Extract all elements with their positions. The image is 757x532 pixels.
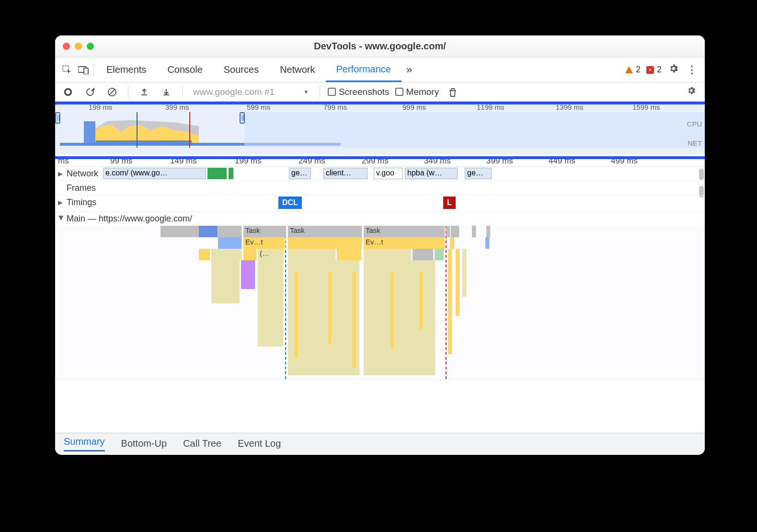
profile-select[interactable]: www.google.com #1 ▼ — [190, 87, 312, 97]
devtools-window: DevTools - www.google.com/ Elements Cons… — [55, 35, 705, 455]
tab-event-log[interactable]: Event Log — [238, 438, 281, 449]
detail-ruler[interactable]: ms 99 ms 149 ms 199 ms 249 ms 299 ms 349… — [55, 154, 705, 167]
network-request[interactable]: client… — [323, 168, 367, 179]
svg-rect-2 — [84, 68, 88, 74]
network-request[interactable]: hpba (w… — [405, 168, 458, 179]
settings-gear-icon[interactable] — [665, 63, 683, 77]
network-request[interactable]: ge… — [289, 168, 311, 179]
close-window-button[interactable] — [63, 43, 70, 50]
memory-checkbox[interactable]: Memory — [395, 87, 439, 97]
timings-lane[interactable]: ▶Timings DCL L — [55, 196, 705, 212]
tab-elements[interactable]: Elements — [96, 58, 157, 82]
load-marker[interactable]: L — [443, 197, 456, 209]
network-lane[interactable]: ▶ Network e.com/ (www.go… ge… client… v.… — [55, 167, 705, 181]
timeline-overview[interactable]: 199 ms 399 ms 599 ms 799 ms 999 ms 1199 … — [55, 102, 705, 154]
minimize-window-button[interactable] — [75, 43, 82, 50]
dropdown-triangle-icon: ▼ — [303, 89, 309, 95]
record-button[interactable] — [60, 84, 76, 100]
device-toggle-icon[interactable] — [75, 62, 92, 78]
tab-console[interactable]: Console — [157, 58, 213, 82]
tabs-overflow-button[interactable]: » — [401, 64, 417, 76]
screenshots-checkbox[interactable]: Screenshots — [328, 87, 390, 97]
tab-bottom-up[interactable]: Bottom-Up — [121, 438, 167, 449]
network-request[interactable] — [229, 168, 233, 179]
devtools-tabbar: Elements Console Sources Network Perform… — [55, 58, 705, 82]
traffic-lights — [63, 43, 94, 50]
cpu-usage-graph — [84, 119, 199, 143]
warnings-count[interactable]: 2 — [625, 65, 641, 75]
dcl-guideline — [285, 226, 286, 379]
overview-window-right-handle[interactable] — [240, 112, 245, 124]
errors-count[interactable]: × 2 — [646, 65, 662, 75]
network-request[interactable]: v.goo — [374, 168, 402, 179]
capture-settings-gear-icon[interactable] — [683, 86, 700, 98]
disclosure-right-icon[interactable]: ▶ — [58, 170, 65, 177]
network-request[interactable]: e.com/ (www.go… — [103, 168, 206, 179]
network-request[interactable] — [207, 168, 227, 179]
disclosure-right-icon[interactable]: ▶ — [58, 199, 65, 206]
inspect-element-icon[interactable] — [59, 62, 75, 78]
download-profile-icon[interactable] — [158, 84, 174, 100]
tab-call-tree[interactable]: Call Tree — [183, 438, 221, 449]
frames-lane[interactable]: Frames — [55, 181, 705, 196]
upload-profile-icon[interactable] — [136, 84, 152, 100]
net-label: NET — [688, 139, 702, 147]
flame-chart[interactable]: Task Task Task Ev…t Ev…t (… — [55, 226, 705, 379]
clear-button[interactable] — [104, 84, 120, 100]
overview-ruler: 199 ms 399 ms 599 ms 799 ms 999 ms 1199 … — [55, 102, 705, 112]
tab-performance[interactable]: Performance — [326, 58, 402, 82]
dcl-marker[interactable]: DCL — [278, 197, 302, 209]
window-title: DevTools - www.google.com/ — [55, 41, 705, 52]
cpu-label: CPU — [687, 120, 702, 128]
flamechart-lanes: ▶ Network e.com/ (www.go… ge… client… v.… — [55, 167, 705, 433]
performance-toolbar: www.google.com #1 ▼ Screenshots Memory — [55, 82, 705, 102]
svg-line-4 — [109, 89, 115, 95]
more-menu-icon[interactable]: ⋮ — [683, 64, 701, 76]
details-tabs: Summary Bottom-Up Call Tree Event Log — [55, 433, 705, 454]
overview-window-left-handle[interactable] — [55, 112, 60, 124]
warning-icon — [625, 66, 633, 73]
load-guideline — [446, 226, 447, 379]
disclosure-down-icon[interactable]: ▶ — [58, 216, 65, 222]
tab-network[interactable]: Network — [269, 58, 325, 82]
reload-record-button[interactable] — [82, 84, 98, 100]
dcl-marker-line — [137, 112, 138, 148]
network-request[interactable]: ge… — [465, 168, 492, 179]
main-thread-lane[interactable]: ▶Main — https://www.google.com/ Task Tas… — [55, 212, 705, 380]
collect-garbage-icon[interactable] — [445, 84, 461, 100]
maximize-window-button[interactable] — [87, 43, 94, 50]
load-marker-line — [189, 112, 190, 148]
tab-sources[interactable]: Sources — [213, 58, 269, 82]
error-icon: × — [646, 66, 654, 74]
titlebar: DevTools - www.google.com/ — [55, 35, 705, 58]
tab-summary[interactable]: Summary — [64, 436, 105, 451]
